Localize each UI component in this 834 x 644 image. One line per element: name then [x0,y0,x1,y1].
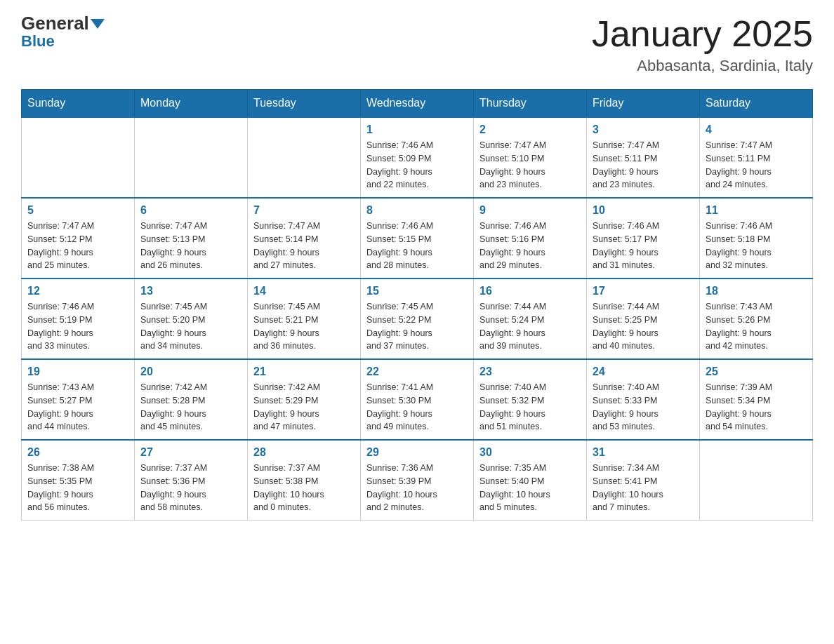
day-number: 9 [479,204,581,217]
day-info: Sunrise: 7:47 AMSunset: 5:13 PMDaylight:… [140,220,241,272]
calendar-body: 1Sunrise: 7:46 AMSunset: 5:09 PMDaylight… [22,117,813,521]
calendar-cell: 28Sunrise: 7:37 AMSunset: 5:38 PMDayligh… [248,440,361,521]
calendar-week-4: 19Sunrise: 7:43 AMSunset: 5:27 PMDayligh… [22,359,813,440]
calendar-table: SundayMondayTuesdayWednesdayThursdayFrid… [21,89,813,521]
day-info: Sunrise: 7:47 AMSunset: 5:14 PMDaylight:… [253,220,355,272]
day-info: Sunrise: 7:46 AMSunset: 5:09 PMDaylight:… [366,139,468,192]
page-title: January 2025 [592,14,813,54]
day-number: 26 [27,446,128,459]
calendar-cell: 16Sunrise: 7:44 AMSunset: 5:24 PMDayligh… [474,279,587,359]
page-header: General Blue January 2025 Abbasanta, Sar… [21,14,813,75]
weekday-header-saturday: Saturday [700,90,813,118]
day-info: Sunrise: 7:46 AMSunset: 5:18 PMDaylight:… [706,220,807,272]
day-info: Sunrise: 7:47 AMSunset: 5:11 PMDaylight:… [706,139,807,192]
day-number: 23 [479,365,581,378]
day-number: 12 [27,285,128,297]
day-info: Sunrise: 7:40 AMSunset: 5:32 PMDaylight:… [479,381,581,434]
calendar-cell: 1Sunrise: 7:46 AMSunset: 5:09 PMDaylight… [361,117,474,198]
day-info: Sunrise: 7:46 AMSunset: 5:16 PMDaylight:… [479,220,581,272]
day-info: Sunrise: 7:38 AMSunset: 5:35 PMDaylight:… [27,462,128,514]
calendar-cell: 6Sunrise: 7:47 AMSunset: 5:13 PMDaylight… [135,198,248,279]
day-number: 19 [27,365,128,378]
calendar-cell: 18Sunrise: 7:43 AMSunset: 5:26 PMDayligh… [700,279,813,359]
day-info: Sunrise: 7:43 AMSunset: 5:27 PMDaylight:… [27,381,128,434]
calendar-cell: 20Sunrise: 7:42 AMSunset: 5:28 PMDayligh… [135,359,248,440]
day-number: 29 [366,446,468,459]
day-number: 14 [253,285,355,297]
day-info: Sunrise: 7:44 AMSunset: 5:24 PMDaylight:… [479,300,581,353]
calendar-cell: 8Sunrise: 7:46 AMSunset: 5:15 PMDaylight… [361,198,474,279]
calendar-cell [248,117,361,198]
calendar-cell: 11Sunrise: 7:46 AMSunset: 5:18 PMDayligh… [700,198,813,279]
calendar-week-3: 12Sunrise: 7:46 AMSunset: 5:19 PMDayligh… [22,279,813,359]
day-number: 7 [253,204,355,217]
calendar-cell: 27Sunrise: 7:37 AMSunset: 5:36 PMDayligh… [135,440,248,521]
calendar-cell: 24Sunrise: 7:40 AMSunset: 5:33 PMDayligh… [587,359,700,440]
day-number: 21 [253,365,355,378]
day-number: 16 [479,285,581,297]
day-info: Sunrise: 7:41 AMSunset: 5:30 PMDaylight:… [366,381,468,434]
day-info: Sunrise: 7:47 AMSunset: 5:11 PMDaylight:… [593,139,694,192]
calendar-cell: 14Sunrise: 7:45 AMSunset: 5:21 PMDayligh… [248,279,361,359]
weekday-header-monday: Monday [135,90,248,118]
day-info: Sunrise: 7:45 AMSunset: 5:22 PMDaylight:… [366,300,468,353]
calendar-cell: 30Sunrise: 7:35 AMSunset: 5:40 PMDayligh… [474,440,587,521]
day-info: Sunrise: 7:44 AMSunset: 5:25 PMDaylight:… [593,300,694,353]
day-number: 25 [706,365,807,378]
calendar-cell: 26Sunrise: 7:38 AMSunset: 5:35 PMDayligh… [22,440,135,521]
calendar-cell: 4Sunrise: 7:47 AMSunset: 5:11 PMDaylight… [700,117,813,198]
calendar-cell: 3Sunrise: 7:47 AMSunset: 5:11 PMDaylight… [587,117,700,198]
calendar-week-1: 1Sunrise: 7:46 AMSunset: 5:09 PMDaylight… [22,117,813,198]
day-number: 15 [366,285,468,297]
calendar-cell: 25Sunrise: 7:39 AMSunset: 5:34 PMDayligh… [700,359,813,440]
day-info: Sunrise: 7:45 AMSunset: 5:20 PMDaylight:… [140,300,241,353]
title-block: January 2025 Abbasanta, Sardinia, Italy [592,14,813,75]
weekday-header-thursday: Thursday [474,90,587,118]
calendar-cell: 7Sunrise: 7:47 AMSunset: 5:14 PMDaylight… [248,198,361,279]
day-number: 17 [593,285,694,297]
day-info: Sunrise: 7:40 AMSunset: 5:33 PMDaylight:… [593,381,694,434]
day-info: Sunrise: 7:34 AMSunset: 5:41 PMDaylight:… [593,462,694,514]
day-number: 13 [140,285,241,297]
day-number: 31 [593,446,694,459]
calendar-cell: 31Sunrise: 7:34 AMSunset: 5:41 PMDayligh… [587,440,700,521]
calendar-cell: 13Sunrise: 7:45 AMSunset: 5:20 PMDayligh… [135,279,248,359]
day-number: 11 [706,204,807,217]
calendar-cell [700,440,813,521]
weekday-header-wednesday: Wednesday [361,90,474,118]
day-number: 4 [706,123,807,136]
calendar-cell: 17Sunrise: 7:44 AMSunset: 5:25 PMDayligh… [587,279,700,359]
day-info: Sunrise: 7:43 AMSunset: 5:26 PMDaylight:… [706,300,807,353]
logo-general-text: General [21,14,105,32]
day-info: Sunrise: 7:46 AMSunset: 5:19 PMDaylight:… [27,300,128,353]
calendar-cell: 19Sunrise: 7:43 AMSunset: 5:27 PMDayligh… [22,359,135,440]
weekday-header-sunday: Sunday [22,90,135,118]
day-info: Sunrise: 7:36 AMSunset: 5:39 PMDaylight:… [366,462,468,514]
weekday-header-friday: Friday [587,90,700,118]
calendar-week-2: 5Sunrise: 7:47 AMSunset: 5:12 PMDaylight… [22,198,813,279]
page-subtitle: Abbasanta, Sardinia, Italy [592,57,813,75]
day-info: Sunrise: 7:42 AMSunset: 5:28 PMDaylight:… [140,381,241,434]
logo: General Blue [21,14,105,49]
day-number: 2 [479,123,581,136]
day-info: Sunrise: 7:47 AMSunset: 5:10 PMDaylight:… [479,139,581,192]
day-number: 10 [593,204,694,217]
day-number: 5 [27,204,128,217]
day-number: 1 [366,123,468,136]
day-info: Sunrise: 7:42 AMSunset: 5:29 PMDaylight:… [253,381,355,434]
day-info: Sunrise: 7:35 AMSunset: 5:40 PMDaylight:… [479,462,581,514]
calendar-header: SundayMondayTuesdayWednesdayThursdayFrid… [22,90,813,118]
calendar-cell: 22Sunrise: 7:41 AMSunset: 5:30 PMDayligh… [361,359,474,440]
day-number: 24 [593,365,694,378]
day-number: 20 [140,365,241,378]
calendar-cell: 12Sunrise: 7:46 AMSunset: 5:19 PMDayligh… [22,279,135,359]
day-number: 27 [140,446,241,459]
calendar-cell: 29Sunrise: 7:36 AMSunset: 5:39 PMDayligh… [361,440,474,521]
day-number: 28 [253,446,355,459]
calendar-cell: 15Sunrise: 7:45 AMSunset: 5:22 PMDayligh… [361,279,474,359]
calendar-cell [22,117,135,198]
day-number: 8 [366,204,468,217]
day-number: 30 [479,446,581,459]
calendar-cell: 10Sunrise: 7:46 AMSunset: 5:17 PMDayligh… [587,198,700,279]
weekday-header-tuesday: Tuesday [248,90,361,118]
